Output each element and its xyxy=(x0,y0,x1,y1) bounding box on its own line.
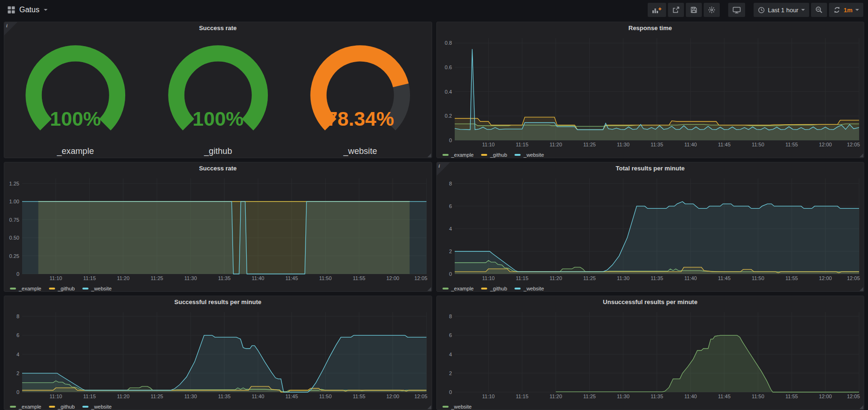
panel-title[interactable]: Success rate xyxy=(4,162,432,175)
y-axis-tick-label: 6 xyxy=(449,332,451,338)
x-axis-tick-label: 11:40 xyxy=(252,394,265,399)
x-axis-tick-label: 11:10 xyxy=(49,394,62,399)
gauge-canvas: 100%_example xyxy=(4,34,147,158)
navbar: Gatus xyxy=(0,0,868,20)
panel-title[interactable]: Total results per minute xyxy=(437,162,864,175)
legend-item-_github[interactable]: _github xyxy=(49,404,75,410)
chart-total-results[interactable]: 0246811:1011:1511:2011:2511:3011:3511:40… xyxy=(438,175,861,284)
x-axis-tick-label: 11:35 xyxy=(651,275,663,281)
legend-item-_example[interactable]: _example xyxy=(442,152,474,158)
legend-label: _website xyxy=(451,404,472,410)
x-axis-tick-label: 11:50 xyxy=(751,142,764,147)
y-axis-tick-label: 0 xyxy=(16,389,19,395)
x-axis-tick-label: 11:55 xyxy=(785,142,798,147)
legend-swatch xyxy=(514,154,521,156)
chart-canvas[interactable]: 00.20.40.60.811:1011:1511:2011:2511:3011… xyxy=(438,34,861,148)
chart-canvas[interactable]: 0246811:1011:1511:2011:2511:3011:3511:40… xyxy=(438,175,861,282)
time-range-caret-icon xyxy=(801,9,805,11)
legend-swatch xyxy=(514,288,521,289)
x-axis-tick-label: 11:10 xyxy=(482,394,495,399)
y-axis-tick-label: 8 xyxy=(449,181,451,186)
panel-unsuccessful-results: Unsuccessful results per minute 0246811:… xyxy=(436,296,865,410)
x-axis-tick-label: 12:00 xyxy=(386,394,400,399)
panel-resize-handle[interactable] xyxy=(427,153,431,157)
legend-swatch xyxy=(10,406,16,408)
x-axis-tick-label: 11:40 xyxy=(252,275,265,281)
panel-title[interactable]: Success rate xyxy=(4,22,432,34)
panel-resize-handle[interactable] xyxy=(860,153,863,157)
chart-response-time[interactable]: 00.20.40.60.811:1011:1511:2011:2511:3011… xyxy=(438,34,861,150)
chart-successful-results[interactable]: 0246811:1011:1511:2011:2511:3011:3511:40… xyxy=(5,308,429,402)
panel-resize-handle[interactable] xyxy=(427,287,431,291)
legend-label: _website xyxy=(91,404,112,410)
gauge-label: _example xyxy=(56,146,94,156)
time-range-label: Last 1 hour xyxy=(768,7,798,14)
refresh-button[interactable]: 1m xyxy=(829,3,863,17)
dashboards-grid-icon[interactable] xyxy=(8,6,15,14)
clock-icon xyxy=(758,7,765,14)
legend-item-_website[interactable]: _website xyxy=(514,286,544,291)
x-axis-tick-label: 12:05 xyxy=(847,394,860,399)
panel-success-rate-gauges: i Success rate 100%_example100%_github78… xyxy=(4,22,432,158)
panel-successful-results: Successful results per minute 0246811:10… xyxy=(4,296,432,410)
gauge-label: _website xyxy=(343,146,377,156)
time-range-button[interactable]: Last 1 hour xyxy=(754,3,809,17)
legend-item-_example[interactable]: _example xyxy=(10,404,41,410)
x-axis-tick-label: 11:25 xyxy=(583,275,595,281)
panel-info-icon[interactable]: i xyxy=(437,162,450,176)
x-axis-tick-label: 11:40 xyxy=(684,275,697,281)
legend-item-_website[interactable]: _website xyxy=(442,404,472,410)
x-axis-tick-label: 12:05 xyxy=(847,142,860,147)
x-axis-tick-label: 12:00 xyxy=(386,275,400,281)
panel-resize-handle[interactable] xyxy=(860,405,863,409)
refresh-interval-label[interactable]: 1m xyxy=(844,7,852,14)
settings-button[interactable] xyxy=(704,3,720,17)
chart-success-rate[interactable]: 00.250.500.751.001.2511:1011:1511:2011:2… xyxy=(5,175,429,284)
gauge-canvas: 78.34%_website xyxy=(289,34,432,158)
chart-canvas[interactable]: 0246811:1011:1511:2011:2511:3011:3511:40… xyxy=(438,308,861,400)
add-panel-button[interactable] xyxy=(648,3,666,17)
panel-title[interactable]: Response time xyxy=(437,22,864,34)
save-button[interactable] xyxy=(686,3,702,17)
gauge-value: 100% xyxy=(193,108,243,130)
x-axis-tick-label: 11:30 xyxy=(617,142,629,147)
panel-resize-handle[interactable] xyxy=(427,405,431,409)
legend-item-_github[interactable]: _github xyxy=(49,286,75,291)
x-axis-tick-label: 11:40 xyxy=(684,142,697,147)
legend-item-_website[interactable]: _website xyxy=(82,404,112,410)
legend-item-_website[interactable]: _website xyxy=(514,152,544,158)
chart-canvas[interactable]: 00.250.500.751.001.2511:1011:1511:2011:2… xyxy=(5,175,429,282)
cycle-view-button[interactable] xyxy=(728,3,745,17)
x-axis-tick-label: 11:20 xyxy=(117,394,129,399)
chart-canvas[interactable]: 0246811:1011:1511:2011:2511:3011:3511:40… xyxy=(5,308,429,400)
legend-item-_example[interactable]: _example xyxy=(10,286,41,291)
x-axis-tick-label: 11:15 xyxy=(515,142,528,147)
x-axis-tick-label: 11:45 xyxy=(718,142,731,147)
x-axis-tick-label: 11:15 xyxy=(83,394,96,399)
legend-item-_example[interactable]: _example xyxy=(442,286,474,291)
panel-title[interactable]: Unsuccessful results per minute xyxy=(437,296,864,308)
panel-title[interactable]: Successful results per minute xyxy=(4,296,432,308)
share-button[interactable] xyxy=(668,3,684,17)
panel-response-time: Response time 00.20.40.60.811:1011:1511:… xyxy=(436,22,865,158)
x-axis-tick-label: 11:10 xyxy=(482,275,495,281)
panel-resize-handle[interactable] xyxy=(860,287,863,291)
legend-item-_github[interactable]: _github xyxy=(481,152,507,158)
y-axis-tick-label: 0.4 xyxy=(444,89,451,95)
panel-info-icon[interactable]: i xyxy=(4,22,17,35)
y-axis-tick-label: 2 xyxy=(449,370,451,376)
x-axis-tick-label: 11:45 xyxy=(718,394,731,399)
chart-unsuccessful-results[interactable]: 0246811:1011:1511:2011:2511:3011:3511:40… xyxy=(438,308,861,402)
legend-label: _example xyxy=(19,286,41,291)
dashboard-title[interactable]: Gatus xyxy=(19,6,40,14)
legend-item-_website[interactable]: _website xyxy=(82,286,112,291)
x-axis-tick-label: 12:05 xyxy=(414,394,427,399)
y-axis-tick-label: 0.75 xyxy=(9,217,19,223)
zoom-out-button[interactable] xyxy=(811,3,827,17)
y-axis-tick-label: 6 xyxy=(449,203,451,209)
legend-swatch xyxy=(442,406,449,408)
zoom-out-icon xyxy=(815,6,823,14)
legend-item-_github[interactable]: _github xyxy=(481,286,507,291)
x-axis-tick-label: 11:45 xyxy=(285,394,298,399)
legend-label: _github xyxy=(58,286,75,291)
